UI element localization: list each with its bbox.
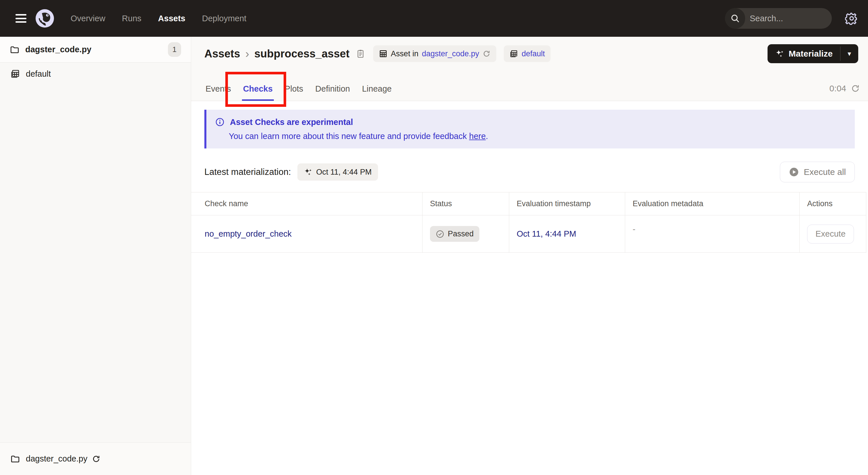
asset-tag-repo-link[interactable]: dagster_code.py [422, 50, 479, 58]
timer-value: 0:04 [830, 84, 846, 93]
folder-icon [10, 454, 20, 464]
tab-lineage[interactable]: Lineage [361, 84, 393, 101]
sidebar-footer-label: dagster_code.py [26, 454, 87, 464]
materialize-button[interactable]: Materialize [768, 44, 840, 63]
check-name-link[interactable]: no_empty_order_check [205, 229, 291, 239]
materialize-dropdown-button[interactable]: ▾ [840, 44, 858, 63]
asset-tag-prefix: Asset in [391, 50, 418, 58]
search-input[interactable] [745, 14, 832, 23]
sidebar-repo-row[interactable]: dagster_code.py 1 [0, 37, 191, 63]
hamburger-menu-icon[interactable] [16, 14, 26, 23]
chevron-down-icon: ▾ [848, 50, 851, 58]
asset-definition-tag[interactable]: Asset in dagster_code.py [373, 46, 497, 62]
nav-item-assets[interactable]: Assets [158, 14, 185, 23]
execute-all-button[interactable]: Execute all [780, 162, 855, 182]
tab-definition[interactable]: Definition [314, 84, 351, 101]
materialize-label: Materialize [789, 49, 833, 59]
execute-button[interactable]: Execute [807, 225, 854, 243]
materialization-timestamp-tag[interactable]: Oct 11, 4:44 PM [298, 164, 378, 181]
asset-group-grid-icon [10, 69, 20, 79]
banner-body: You can learn more about this new featur… [229, 131, 469, 141]
tab-plots[interactable]: Plots [284, 84, 304, 101]
tab-checks[interactable]: Checks [242, 84, 274, 101]
asset-header: Assets › subprocess_asset Asset in dagst… [191, 37, 868, 101]
reload-repo-icon[interactable] [92, 455, 100, 463]
refresh-icon[interactable] [483, 50, 491, 58]
column-header-evaluation-timestamp: Evaluation timestamp [509, 192, 625, 215]
group-tag-label: default [522, 50, 545, 58]
dagster-logo-icon[interactable] [36, 9, 54, 28]
table-row-cell-metadata: - [625, 215, 800, 253]
asset-count-badge: 1 [168, 42, 181, 57]
main-content: Assets › subprocess_asset Asset in dagst… [191, 37, 868, 475]
table-row-cell-status: Passed [423, 215, 509, 253]
evaluation-timestamp-link[interactable]: Oct 11, 4:44 PM [517, 229, 576, 239]
materialize-split-button: Materialize ▾ [768, 44, 858, 63]
column-header-check-name: Check name [191, 192, 423, 215]
group-tag-default[interactable]: default [504, 46, 551, 62]
search-icon [725, 8, 745, 29]
nav-item-runs[interactable]: Runs [122, 14, 142, 23]
folder-icon [10, 45, 20, 55]
materialization-timestamp: Oct 11, 4:44 PM [316, 168, 372, 177]
materialization-row: Latest materialization: Oct 11, 4:44 PM … [205, 162, 855, 182]
play-circle-icon [789, 167, 799, 177]
banner-feedback-link[interactable]: here [469, 131, 486, 141]
column-header-actions: Actions [800, 192, 866, 215]
column-header-evaluation-metadata: Evaluation metadata [625, 192, 800, 215]
checks-table: Check name Status Evaluation timestamp E… [191, 192, 866, 253]
search-box[interactable]: / [725, 8, 832, 29]
left-sidebar: dagster_code.py 1 default dagster_code.p… [0, 37, 191, 475]
sparkles-icon [304, 168, 313, 177]
table-row-cell-check-name: no_empty_order_check [191, 215, 423, 253]
info-icon [215, 117, 225, 127]
nav-item-deployment[interactable]: Deployment [202, 14, 247, 23]
column-header-status: Status [423, 192, 509, 215]
asset-group-grid-icon [509, 50, 518, 58]
check-circle-icon [436, 230, 444, 238]
breadcrumb-assets-link[interactable]: Assets [205, 48, 240, 60]
page-title: subprocess_asset [254, 48, 350, 60]
experimental-banner: Asset Checks are experimental You can le… [205, 110, 855, 148]
nav-item-overview[interactable]: Overview [71, 14, 105, 23]
sidebar-item-label: default [26, 69, 51, 79]
table-row-cell-timestamp: Oct 11, 4:44 PM [509, 215, 625, 253]
breadcrumb-separator: › [245, 48, 249, 60]
copy-asset-name-icon[interactable] [355, 49, 366, 59]
latest-materialization-label: Latest materialization: [205, 167, 291, 177]
status-badge: Passed [430, 226, 479, 242]
sidebar-item-default[interactable]: default [0, 63, 191, 85]
primary-nav: Overview Runs Assets Deployment [71, 14, 246, 23]
metadata-empty-value: - [632, 215, 636, 234]
refresh-timer: 0:04 [830, 84, 860, 93]
tab-events[interactable]: Events [205, 84, 232, 101]
sparkles-icon [775, 49, 785, 59]
settings-gear-icon[interactable] [845, 12, 858, 25]
sidebar-footer-repo[interactable]: dagster_code.py [0, 442, 191, 475]
breadcrumb: Assets › subprocess_asset Asset in dagst… [205, 44, 858, 63]
table-row-cell-actions: Execute [800, 215, 866, 253]
refresh-icon[interactable] [851, 84, 860, 93]
sidebar-repo-label: dagster_code.py [25, 45, 91, 54]
top-nav: Overview Runs Assets Deployment / [0, 0, 868, 37]
asset-grid-icon [379, 50, 388, 58]
banner-body-suffix: . [486, 131, 488, 141]
banner-title: Asset Checks are experimental [230, 117, 353, 127]
asset-tabs: Events Checks Plots Definition Lineage [205, 84, 393, 101]
